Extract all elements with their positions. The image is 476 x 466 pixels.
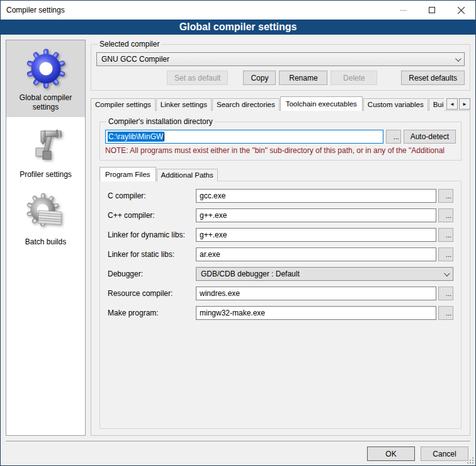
blue-gear-icon (26, 48, 66, 89)
field-label: Make program: (108, 309, 196, 317)
tab-custom-variables[interactable]: Custom variables (363, 98, 428, 111)
static-linker-browse-button[interactable]: ... (438, 247, 453, 261)
maximize-button[interactable] (417, 1, 446, 20)
install-dir-value: C:\raylib\MinGW (108, 132, 164, 142)
tab-compiler-settings[interactable]: Compiler settings (91, 98, 156, 111)
compiler-select[interactable]: GNU GCC Compiler (96, 52, 465, 66)
titlebar: Compiler settings (1, 1, 475, 20)
make-program-input[interactable] (196, 306, 436, 320)
compiler-select-value: GNU GCC Compiler (101, 55, 169, 64)
dynamic-linker-input[interactable] (196, 228, 436, 242)
tab-additional-paths[interactable]: Additional Paths (157, 169, 218, 181)
sidebar-item-label: Global compiler settings (9, 93, 82, 112)
close-button[interactable] (446, 1, 475, 20)
dynamic-linker-browse-button[interactable]: ... (438, 228, 453, 242)
c-compiler-browse-button[interactable]: ... (438, 189, 453, 203)
compiler-buttons-row: Set as default Copy Rename Delete Reset … (96, 71, 465, 85)
compiler-settings-dialog: Compiler settings Global compiler settin… (0, 0, 476, 466)
install-dir-note: NOTE: All programs must exist either in … (105, 146, 456, 155)
cpp-compiler-input[interactable] (196, 208, 436, 222)
install-dir-input[interactable]: C:\raylib\MinGW (105, 130, 383, 144)
tab-toolchain-executables[interactable]: Toolchain executables (280, 96, 363, 111)
reset-defaults-button[interactable]: Reset defaults (401, 71, 465, 85)
program-files-page: C compiler: ... C++ compiler: ... Linker… (99, 181, 462, 429)
resource-compiler-input[interactable] (196, 287, 436, 300)
ok-button[interactable]: OK (367, 446, 415, 461)
form-row-static-linker: Linker for static libs: ... (108, 247, 453, 261)
text-caret (164, 132, 164, 141)
footer: OK Cancel (1, 441, 475, 466)
field-label: Resource compiler: (108, 289, 196, 298)
field-label: C compiler: (108, 191, 196, 200)
sidebar-item-profiler-settings[interactable]: Profiler settings (6, 117, 85, 185)
settings-tabstrip: Compiler settings Linker settings Search… (91, 96, 470, 111)
delete-button[interactable]: Delete (331, 71, 377, 85)
window-controls (388, 1, 475, 20)
debugger-select-value: GDB/CDB debugger : Default (201, 270, 300, 278)
form-row-debugger: Debugger: GDB/CDB debugger : Default (108, 267, 453, 281)
field-label: Linker for static libs: (108, 250, 196, 259)
tab-scroll-right-button[interactable]: ► (459, 98, 470, 110)
gray-gear-stack-icon (26, 193, 66, 233)
tabs-scroll-area: Compiler settings Linker settings Search… (91, 96, 444, 111)
tab-scroll-left-button[interactable]: ◄ (446, 98, 458, 110)
settings-sidebar: Global compiler settings (6, 40, 86, 436)
minimize-button[interactable] (388, 1, 417, 20)
resource-compiler-browse-button[interactable]: ... (438, 287, 453, 300)
selected-compiler-legend: Selected compiler (98, 40, 161, 48)
selected-compiler-group: Selected compiler GNU GCC Compiler Set a… (91, 40, 470, 91)
tab-build-options[interactable]: Builc (429, 98, 444, 111)
dialog-content: Global compiler settings (1, 35, 475, 441)
form-row-resource-compiler: Resource compiler: ... (108, 287, 453, 300)
program-files-tabstrip: Program Files Additional Paths (99, 167, 462, 181)
sidebar-item-label: Profiler settings (9, 170, 82, 179)
rename-button[interactable]: Rename (279, 71, 327, 85)
form-row-cpp-compiler: C++ compiler: ... (108, 208, 453, 222)
caliper-icon (26, 125, 66, 166)
static-linker-input[interactable] (196, 247, 436, 261)
tab-program-files[interactable]: Program Files (99, 167, 156, 181)
resize-grip[interactable] (472, 462, 473, 463)
field-label: Debugger: (108, 270, 196, 278)
auto-detect-button[interactable]: Auto-detect (404, 130, 456, 144)
tab-linker-settings[interactable]: Linker settings (156, 98, 212, 111)
minimize-icon (400, 10, 407, 11)
cpp-compiler-browse-button[interactable]: ... (438, 208, 453, 222)
cancel-button[interactable]: Cancel (421, 446, 468, 461)
sidebar-item-batch-builds[interactable]: Batch builds (6, 185, 85, 252)
window-title: Compiler settings (1, 6, 65, 14)
chevron-down-icon (444, 270, 450, 276)
sidebar-item-label: Batch builds (9, 237, 82, 247)
install-dir-group: Compiler's installation directory C:\ray… (99, 117, 462, 161)
page-title: Global compiler settings (1, 20, 475, 35)
field-label: Linker for dynamic libs: (108, 230, 196, 239)
c-compiler-input[interactable] (196, 189, 436, 203)
install-dir-legend: Compiler's installation directory (106, 117, 215, 126)
form-row-c-compiler: C compiler: ... (108, 189, 453, 203)
main-panel: Selected compiler GNU GCC Compiler Set a… (91, 40, 470, 436)
make-program-browse-button[interactable]: ... (438, 306, 453, 320)
copy-button[interactable]: Copy (243, 71, 276, 85)
close-icon (457, 6, 465, 14)
maximize-icon (429, 7, 435, 13)
sidebar-item-global-compiler-settings[interactable]: Global compiler settings (6, 40, 85, 117)
set-as-default-button[interactable]: Set as default (167, 71, 228, 85)
install-dir-browse-button[interactable]: ... (386, 130, 401, 144)
tab-search-directories[interactable]: Search directories (212, 98, 280, 111)
chevron-down-icon (455, 55, 462, 62)
field-label: C++ compiler: (108, 211, 196, 220)
toolchain-executables-page: Compiler's installation directory C:\ray… (91, 110, 470, 436)
form-row-make-program: Make program: ... (108, 306, 453, 320)
tab-scroll-arrows: ◄ ► (446, 98, 470, 110)
debugger-select[interactable]: GDB/CDB debugger : Default (196, 267, 453, 281)
form-row-dynamic-linker: Linker for dynamic libs: ... (108, 228, 453, 242)
install-dir-row: C:\raylib\MinGW ... Auto-detect (105, 130, 456, 144)
